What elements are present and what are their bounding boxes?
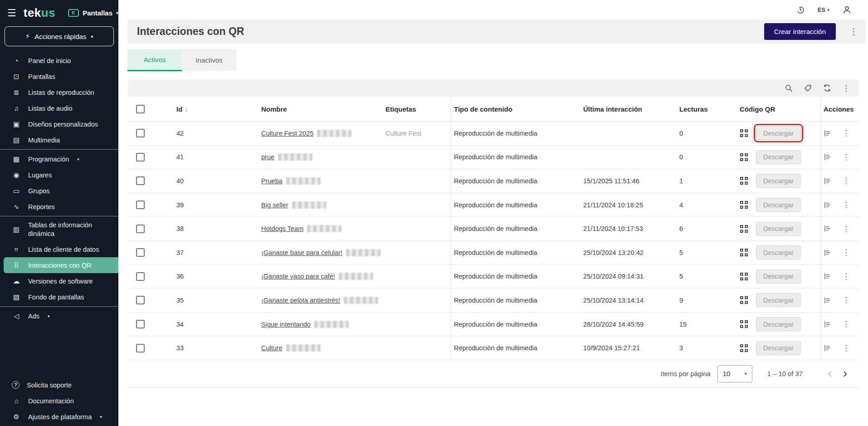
sidebar-item-listas-de-audio[interactable]: ♫ Listas de audio bbox=[0, 100, 118, 116]
create-interaction-button[interactable]: Crear interacción bbox=[764, 23, 836, 40]
row-checkbox[interactable] bbox=[136, 296, 145, 304]
qr-code-icon[interactable] bbox=[740, 225, 748, 233]
column-header-nombre[interactable]: Nombre bbox=[259, 97, 384, 121]
sidebar-item-multimedia[interactable]: ▤ Multimedia bbox=[0, 132, 118, 148]
quick-actions-button[interactable]: ⚡ Acciones rápidas ▾ bbox=[5, 26, 114, 46]
table-kebab-menu-icon[interactable]: ⋮ bbox=[842, 83, 850, 93]
language-selector[interactable]: ES ▾ bbox=[818, 7, 829, 13]
row-checkbox[interactable] bbox=[136, 153, 145, 162]
column-header-ultima-interaccion[interactable]: Última interacción bbox=[581, 97, 674, 121]
qr-code-icon[interactable] bbox=[740, 344, 748, 353]
download-qr-button[interactable]: Descargar bbox=[756, 174, 801, 188]
history-icon[interactable] bbox=[796, 5, 805, 15]
column-header-id[interactable]: Id↓ bbox=[173, 97, 259, 121]
sidebar-item-ajustes-de-plataforma[interactable]: ⚙ Ajustes de plataforma ▾ bbox=[0, 409, 118, 425]
row-report-chart-icon[interactable] bbox=[824, 177, 832, 185]
sidebar-item-disenos-personalizados[interactable]: ▣ Diseños personalizados bbox=[0, 116, 118, 132]
row-kebab-menu-icon[interactable]: ⋮ bbox=[842, 319, 850, 329]
qr-code-icon[interactable] bbox=[740, 248, 748, 257]
sidebar-item-programacion[interactable]: ▦ Programación ▾ bbox=[0, 151, 118, 167]
qr-code-icon[interactable] bbox=[740, 129, 748, 137]
row-checkbox[interactable] bbox=[136, 225, 145, 233]
download-qr-button[interactable]: Descargar bbox=[756, 126, 801, 140]
column-header-codigo-qr[interactable]: Código QR bbox=[738, 97, 820, 121]
row-checkbox[interactable] bbox=[136, 129, 145, 137]
row-checkbox[interactable] bbox=[136, 201, 145, 209]
row-checkbox[interactable] bbox=[136, 248, 145, 257]
qr-code-icon[interactable] bbox=[740, 272, 748, 281]
sidebar-item-reportes[interactable]: ∿ Reportes bbox=[0, 199, 118, 215]
row-kebab-menu-icon[interactable]: ⋮ bbox=[842, 272, 850, 281]
row-report-chart-icon[interactable] bbox=[824, 153, 832, 161]
sidebar-item-fondo-de-pantallas[interactable]: ▧ Fondo de pantallas bbox=[0, 289, 118, 305]
row-checkbox[interactable] bbox=[136, 176, 145, 185]
tag-icon[interactable] bbox=[804, 84, 812, 93]
qr-code-icon[interactable] bbox=[740, 153, 748, 162]
row-name-link[interactable]: prue bbox=[261, 153, 274, 161]
sidebar-item-interacciones-con-qr[interactable]: ⠿ Interacciones con QR bbox=[4, 257, 118, 273]
download-qr-button[interactable]: Descargar bbox=[756, 222, 801, 236]
user-account-icon[interactable] bbox=[842, 5, 852, 15]
sidebar-item-solicita-soporte[interactable]: ? Solicita soporte bbox=[0, 377, 118, 393]
sidebar-item-listas-de-reproduccion[interactable]: ≣ Listas de reproducción bbox=[0, 84, 118, 100]
row-name-link[interactable]: Prueba bbox=[261, 177, 283, 185]
context-selector-pantallas[interactable]: K Pantallas ▾ bbox=[68, 9, 118, 17]
column-header-etiquetas[interactable]: Etiquetas bbox=[384, 97, 450, 121]
download-qr-button[interactable]: Descargar bbox=[756, 341, 801, 355]
sidebar-item-grupos[interactable]: ▭ Grupos bbox=[0, 183, 118, 199]
qr-code-icon[interactable] bbox=[740, 201, 748, 209]
search-icon[interactable] bbox=[785, 84, 793, 93]
sidebar-item-ads[interactable]: ◁ Ads ▾ bbox=[0, 308, 118, 324]
row-report-chart-icon[interactable] bbox=[824, 296, 832, 304]
qr-code-icon[interactable] bbox=[740, 176, 748, 185]
row-report-chart-icon[interactable] bbox=[824, 344, 832, 352]
download-qr-button[interactable]: Descargar bbox=[756, 150, 801, 164]
qr-code-icon[interactable] bbox=[740, 320, 748, 328]
row-kebab-menu-icon[interactable]: ⋮ bbox=[842, 224, 850, 234]
row-kebab-menu-icon[interactable]: ⋮ bbox=[842, 152, 850, 162]
page-kebab-menu-icon[interactable]: ⋮ bbox=[849, 26, 858, 37]
tab-inactivos[interactable]: Inactivos bbox=[182, 49, 236, 71]
row-name-link[interactable]: ¡Ganaste vaso para café! bbox=[261, 273, 335, 280]
row-report-chart-icon[interactable] bbox=[824, 129, 832, 137]
row-kebab-menu-icon[interactable]: ⋮ bbox=[842, 295, 850, 305]
row-checkbox[interactable] bbox=[136, 344, 145, 353]
sidebar-item-versiones-de-software[interactable]: ☁ Versiones de software bbox=[0, 273, 118, 289]
download-qr-button[interactable]: Descargar bbox=[756, 245, 801, 260]
row-kebab-menu-icon[interactable]: ⋮ bbox=[842, 128, 850, 138]
column-header-lecturas[interactable]: Lecturas bbox=[674, 97, 738, 121]
sidebar-item-lugares[interactable]: ◉ Lugares bbox=[0, 167, 118, 183]
download-qr-button[interactable]: Descargar bbox=[756, 269, 801, 284]
select-all-checkbox[interactable] bbox=[136, 105, 145, 113]
column-header-acciones[interactable]: Acciones bbox=[820, 97, 859, 121]
row-name-link[interactable]: Big seller bbox=[261, 201, 288, 209]
row-name-link[interactable]: Culture bbox=[261, 344, 283, 352]
column-header-tipo-de-contenido[interactable]: Tipo de contenido bbox=[450, 97, 581, 121]
page-size-select[interactable]: 10 ▾ bbox=[717, 365, 752, 382]
hamburger-menu-icon[interactable]: ☰ bbox=[7, 8, 16, 18]
row-kebab-menu-icon[interactable]: ⋮ bbox=[842, 200, 850, 210]
row-report-chart-icon[interactable] bbox=[824, 249, 832, 257]
refresh-icon[interactable] bbox=[823, 83, 832, 93]
row-kebab-menu-icon[interactable]: ⋮ bbox=[842, 343, 850, 353]
row-name-link[interactable]: Culture Fest 2025 bbox=[261, 130, 313, 137]
sidebar-item-tablas-de-informacion-dinamica[interactable]: ▥ Tablas de información dinámica bbox=[0, 218, 118, 241]
row-report-chart-icon[interactable] bbox=[824, 272, 832, 280]
row-name-link[interactable]: ¡Ganaste pelota antiestrés! bbox=[261, 297, 340, 304]
download-qr-button[interactable]: Descargar bbox=[756, 198, 801, 212]
row-report-chart-icon[interactable] bbox=[824, 320, 832, 328]
row-name-link[interactable]: Sigue intentando bbox=[261, 321, 311, 328]
sidebar-item-documentacion[interactable]: ⌂ Documentación bbox=[0, 393, 118, 409]
previous-page-button[interactable]: ‹ bbox=[823, 367, 838, 380]
row-checkbox[interactable] bbox=[136, 320, 145, 328]
sidebar-item-pantallas[interactable]: ⊡ Pantallas bbox=[0, 69, 118, 84]
row-checkbox[interactable] bbox=[136, 272, 145, 281]
row-kebab-menu-icon[interactable]: ⋮ bbox=[842, 248, 850, 257]
row-name-link[interactable]: Hotdogs Team bbox=[261, 225, 303, 232]
row-report-chart-icon[interactable] bbox=[824, 201, 832, 209]
row-kebab-menu-icon[interactable]: ⋮ bbox=[842, 176, 850, 186]
sidebar-item-lista-de-cliente-de-datos[interactable]: ⌗ Lista de cliente de datos bbox=[0, 241, 118, 257]
row-report-chart-icon[interactable] bbox=[824, 225, 832, 233]
tab-activos[interactable]: Activos bbox=[127, 49, 182, 71]
row-name-link[interactable]: ¡Ganaste base para celular! bbox=[261, 249, 342, 256]
